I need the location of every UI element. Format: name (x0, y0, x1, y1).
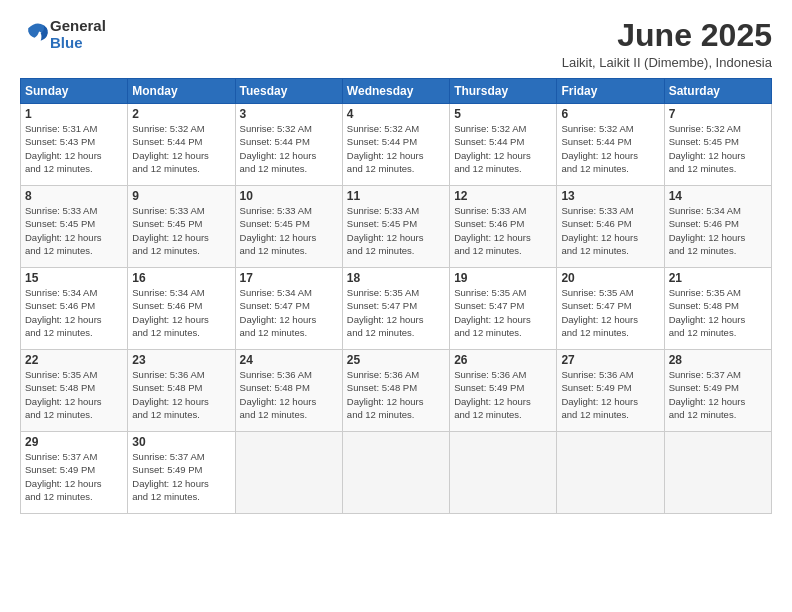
subtitle: Laikit, Laikit II (Dimembe), Indonesia (562, 55, 772, 70)
calendar-cell: 4 Sunrise: 5:32 AM Sunset: 5:44 PM Dayli… (342, 104, 449, 186)
day-number: 7 (669, 107, 767, 121)
day-info: Sunrise: 5:32 AM Sunset: 5:44 PM Dayligh… (132, 122, 230, 175)
calendar-cell: 13 Sunrise: 5:33 AM Sunset: 5:46 PM Dayl… (557, 186, 664, 268)
calendar-cell: 8 Sunrise: 5:33 AM Sunset: 5:45 PM Dayli… (21, 186, 128, 268)
day-info: Sunrise: 5:34 AM Sunset: 5:46 PM Dayligh… (669, 204, 767, 257)
calendar-cell: 20 Sunrise: 5:35 AM Sunset: 5:47 PM Dayl… (557, 268, 664, 350)
calendar-day-header: Sunday (21, 79, 128, 104)
calendar-cell: 29 Sunrise: 5:37 AM Sunset: 5:49 PM Dayl… (21, 432, 128, 514)
day-number: 6 (561, 107, 659, 121)
calendar-cell: 22 Sunrise: 5:35 AM Sunset: 5:48 PM Dayl… (21, 350, 128, 432)
day-number: 25 (347, 353, 445, 367)
calendar-table: SundayMondayTuesdayWednesdayThursdayFrid… (20, 78, 772, 514)
calendar-cell (342, 432, 449, 514)
calendar-cell: 2 Sunrise: 5:32 AM Sunset: 5:44 PM Dayli… (128, 104, 235, 186)
calendar-day-header: Friday (557, 79, 664, 104)
day-info: Sunrise: 5:33 AM Sunset: 5:45 PM Dayligh… (132, 204, 230, 257)
calendar-cell: 6 Sunrise: 5:32 AM Sunset: 5:44 PM Dayli… (557, 104, 664, 186)
calendar-day-header: Tuesday (235, 79, 342, 104)
calendar-cell: 5 Sunrise: 5:32 AM Sunset: 5:44 PM Dayli… (450, 104, 557, 186)
day-number: 19 (454, 271, 552, 285)
logo: General Blue (20, 18, 106, 51)
calendar-cell: 30 Sunrise: 5:37 AM Sunset: 5:49 PM Dayl… (128, 432, 235, 514)
calendar-cell: 26 Sunrise: 5:36 AM Sunset: 5:49 PM Dayl… (450, 350, 557, 432)
calendar-cell: 24 Sunrise: 5:36 AM Sunset: 5:48 PM Dayl… (235, 350, 342, 432)
day-number: 18 (347, 271, 445, 285)
title-block: June 2025 Laikit, Laikit II (Dimembe), I… (562, 18, 772, 70)
logo-icon (22, 19, 50, 47)
day-number: 2 (132, 107, 230, 121)
day-info: Sunrise: 5:34 AM Sunset: 5:46 PM Dayligh… (132, 286, 230, 339)
day-info: Sunrise: 5:37 AM Sunset: 5:49 PM Dayligh… (132, 450, 230, 503)
calendar-cell: 19 Sunrise: 5:35 AM Sunset: 5:47 PM Dayl… (450, 268, 557, 350)
calendar-cell: 7 Sunrise: 5:32 AM Sunset: 5:45 PM Dayli… (664, 104, 771, 186)
day-info: Sunrise: 5:32 AM Sunset: 5:44 PM Dayligh… (347, 122, 445, 175)
calendar-cell: 17 Sunrise: 5:34 AM Sunset: 5:47 PM Dayl… (235, 268, 342, 350)
calendar-cell: 25 Sunrise: 5:36 AM Sunset: 5:48 PM Dayl… (342, 350, 449, 432)
day-info: Sunrise: 5:32 AM Sunset: 5:45 PM Dayligh… (669, 122, 767, 175)
day-number: 9 (132, 189, 230, 203)
calendar-cell: 9 Sunrise: 5:33 AM Sunset: 5:45 PM Dayli… (128, 186, 235, 268)
calendar-cell: 27 Sunrise: 5:36 AM Sunset: 5:49 PM Dayl… (557, 350, 664, 432)
header: General Blue June 2025 Laikit, Laikit II… (20, 18, 772, 70)
calendar-week-row: 8 Sunrise: 5:33 AM Sunset: 5:45 PM Dayli… (21, 186, 772, 268)
calendar-cell: 11 Sunrise: 5:33 AM Sunset: 5:45 PM Dayl… (342, 186, 449, 268)
day-number: 3 (240, 107, 338, 121)
day-info: Sunrise: 5:36 AM Sunset: 5:48 PM Dayligh… (347, 368, 445, 421)
day-number: 17 (240, 271, 338, 285)
calendar-cell: 3 Sunrise: 5:32 AM Sunset: 5:44 PM Dayli… (235, 104, 342, 186)
calendar-cell: 21 Sunrise: 5:35 AM Sunset: 5:48 PM Dayl… (664, 268, 771, 350)
day-number: 4 (347, 107, 445, 121)
day-number: 26 (454, 353, 552, 367)
day-number: 8 (25, 189, 123, 203)
calendar-cell (235, 432, 342, 514)
day-info: Sunrise: 5:36 AM Sunset: 5:48 PM Dayligh… (240, 368, 338, 421)
day-info: Sunrise: 5:34 AM Sunset: 5:47 PM Dayligh… (240, 286, 338, 339)
day-info: Sunrise: 5:35 AM Sunset: 5:47 PM Dayligh… (454, 286, 552, 339)
day-number: 27 (561, 353, 659, 367)
day-info: Sunrise: 5:33 AM Sunset: 5:46 PM Dayligh… (561, 204, 659, 257)
day-info: Sunrise: 5:36 AM Sunset: 5:49 PM Dayligh… (561, 368, 659, 421)
day-number: 1 (25, 107, 123, 121)
day-info: Sunrise: 5:33 AM Sunset: 5:45 PM Dayligh… (347, 204, 445, 257)
calendar-cell: 14 Sunrise: 5:34 AM Sunset: 5:46 PM Dayl… (664, 186, 771, 268)
calendar-cell (450, 432, 557, 514)
day-info: Sunrise: 5:32 AM Sunset: 5:44 PM Dayligh… (561, 122, 659, 175)
calendar-cell: 28 Sunrise: 5:37 AM Sunset: 5:49 PM Dayl… (664, 350, 771, 432)
day-number: 15 (25, 271, 123, 285)
day-number: 11 (347, 189, 445, 203)
day-number: 22 (25, 353, 123, 367)
day-number: 12 (454, 189, 552, 203)
day-number: 14 (669, 189, 767, 203)
calendar-week-row: 22 Sunrise: 5:35 AM Sunset: 5:48 PM Dayl… (21, 350, 772, 432)
day-info: Sunrise: 5:33 AM Sunset: 5:46 PM Dayligh… (454, 204, 552, 257)
day-number: 30 (132, 435, 230, 449)
calendar-week-row: 1 Sunrise: 5:31 AM Sunset: 5:43 PM Dayli… (21, 104, 772, 186)
day-info: Sunrise: 5:36 AM Sunset: 5:49 PM Dayligh… (454, 368, 552, 421)
calendar-week-row: 29 Sunrise: 5:37 AM Sunset: 5:49 PM Dayl… (21, 432, 772, 514)
day-number: 10 (240, 189, 338, 203)
day-number: 28 (669, 353, 767, 367)
calendar-cell: 18 Sunrise: 5:35 AM Sunset: 5:47 PM Dayl… (342, 268, 449, 350)
logo-text: General Blue (50, 18, 106, 51)
day-info: Sunrise: 5:34 AM Sunset: 5:46 PM Dayligh… (25, 286, 123, 339)
day-info: Sunrise: 5:37 AM Sunset: 5:49 PM Dayligh… (669, 368, 767, 421)
day-info: Sunrise: 5:31 AM Sunset: 5:43 PM Dayligh… (25, 122, 123, 175)
page: General Blue June 2025 Laikit, Laikit II… (0, 0, 792, 612)
calendar-cell (664, 432, 771, 514)
day-number: 21 (669, 271, 767, 285)
calendar-header-row: SundayMondayTuesdayWednesdayThursdayFrid… (21, 79, 772, 104)
calendar-day-header: Saturday (664, 79, 771, 104)
day-info: Sunrise: 5:32 AM Sunset: 5:44 PM Dayligh… (454, 122, 552, 175)
calendar-cell: 16 Sunrise: 5:34 AM Sunset: 5:46 PM Dayl… (128, 268, 235, 350)
day-info: Sunrise: 5:35 AM Sunset: 5:47 PM Dayligh… (561, 286, 659, 339)
day-info: Sunrise: 5:35 AM Sunset: 5:47 PM Dayligh… (347, 286, 445, 339)
day-info: Sunrise: 5:32 AM Sunset: 5:44 PM Dayligh… (240, 122, 338, 175)
calendar-cell (557, 432, 664, 514)
day-number: 13 (561, 189, 659, 203)
calendar-day-header: Wednesday (342, 79, 449, 104)
day-info: Sunrise: 5:35 AM Sunset: 5:48 PM Dayligh… (25, 368, 123, 421)
calendar-week-row: 15 Sunrise: 5:34 AM Sunset: 5:46 PM Dayl… (21, 268, 772, 350)
day-number: 29 (25, 435, 123, 449)
day-number: 23 (132, 353, 230, 367)
